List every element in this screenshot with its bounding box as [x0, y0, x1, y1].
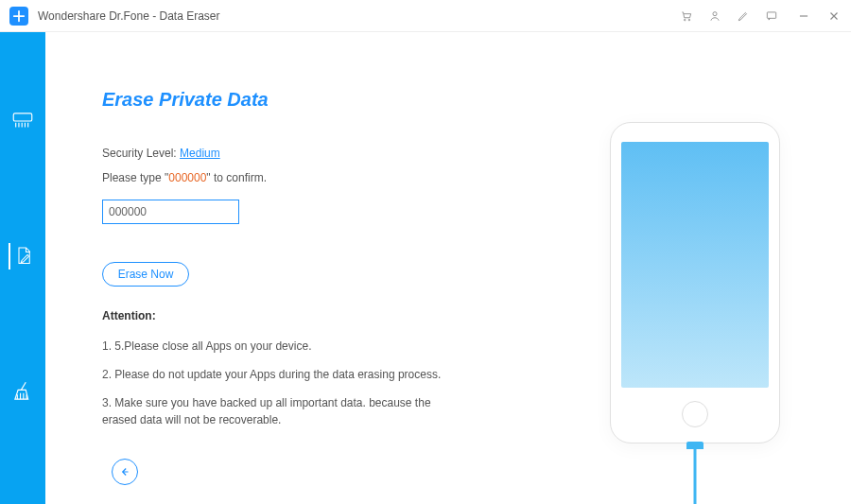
- phone-home-button: [682, 401, 708, 427]
- svg-point-2: [713, 11, 717, 15]
- document-edit-icon[interactable]: [9, 243, 37, 269]
- phone-mockup: [610, 122, 780, 443]
- list-item: 2. Please do not update your Apps during…: [102, 366, 461, 383]
- list-item: 3. Make sure you have backed up all impo…: [102, 394, 461, 428]
- erase-now-button[interactable]: Erase Now: [102, 262, 189, 287]
- broom-icon[interactable]: [9, 378, 36, 405]
- svg-point-0: [684, 19, 686, 21]
- close-button[interactable]: [826, 9, 842, 24]
- cart-icon[interactable]: [679, 9, 694, 24]
- shredder-icon[interactable]: [9, 108, 36, 134]
- feedback-icon[interactable]: [764, 9, 779, 24]
- security-level-link[interactable]: Medium: [180, 147, 220, 160]
- svg-rect-3: [767, 11, 775, 17]
- app-logo-icon: [9, 7, 28, 26]
- user-icon[interactable]: [707, 9, 722, 24]
- device-illustration: [539, 32, 851, 504]
- page-title: Erase Private Data: [102, 89, 501, 111]
- confirm-code: 000000: [168, 171, 206, 184]
- attention-list: 1. 5.Please close all Apps on your devic…: [102, 338, 501, 428]
- confirm-input[interactable]: [102, 200, 239, 224]
- security-level-row: Security Level: Medium: [102, 147, 501, 160]
- security-level-label: Security Level:: [102, 147, 177, 160]
- attention-heading: Attention:: [102, 309, 501, 322]
- phone-screen: [621, 142, 769, 388]
- back-button[interactable]: [112, 459, 138, 485]
- app-title: Wondershare Dr.Fone - Data Eraser: [38, 9, 220, 23]
- phone-cable-wire: [694, 444, 697, 505]
- minimize-button[interactable]: [796, 9, 811, 24]
- sidebar: [0, 32, 45, 504]
- edit-icon[interactable]: [736, 9, 751, 24]
- list-item: 1. 5.Please close all Apps on your devic…: [102, 338, 461, 355]
- confirm-prompt: Please type "000000" to confirm.: [102, 171, 501, 184]
- svg-point-1: [688, 19, 690, 21]
- titlebar: Wondershare Dr.Fone - Data Eraser: [0, 0, 851, 32]
- svg-rect-4: [13, 113, 32, 121]
- main-panel: Erase Private Data Security Level: Mediu…: [45, 32, 539, 504]
